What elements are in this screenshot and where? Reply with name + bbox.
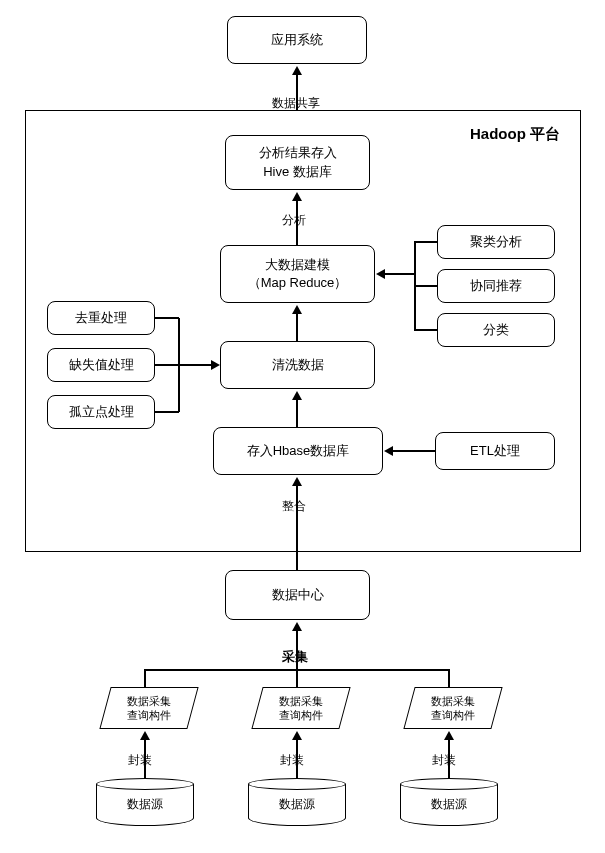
arrow-head-up [140, 731, 150, 740]
missing-label: 缺失值处理 [69, 356, 134, 374]
data-source-label-1: 数据源 [127, 796, 163, 813]
data-source-3: 数据源 [400, 778, 498, 826]
arrow-head-left [376, 269, 385, 279]
data-center-label: 数据中心 [272, 586, 324, 604]
arrow-head-up [292, 66, 302, 75]
arrow-head-up [444, 731, 454, 740]
outlier-label: 孤立点处理 [69, 403, 134, 421]
clean-data-label: 清洗数据 [272, 356, 324, 374]
hive-result-box: 分析结果存入 Hive 数据库 [225, 135, 370, 190]
collector-label-2: 数据采集 查询构件 [279, 694, 323, 723]
arrow-line [296, 532, 298, 570]
arrow-line [296, 312, 298, 341]
outlier-box: 孤立点处理 [47, 395, 155, 429]
dedup-box: 去重处理 [47, 301, 155, 335]
classify-box: 分类 [437, 313, 555, 347]
etl-label: ETL处理 [470, 442, 520, 460]
arrow-head-up [292, 305, 302, 314]
connector-line [296, 669, 298, 687]
collector-box-2: 数据采集 查询构件 [251, 687, 350, 729]
arrow-head-right [211, 360, 220, 370]
analyze-label: 分析 [282, 212, 306, 229]
hadoop-platform-label: Hadoop 平台 [470, 125, 560, 144]
collector-box-3: 数据采集 查询构件 [403, 687, 502, 729]
arrow-head-left [384, 446, 393, 456]
collector-label-1: 数据采集 查询构件 [127, 694, 171, 723]
missing-box: 缺失值处理 [47, 348, 155, 382]
recommend-box: 协同推荐 [437, 269, 555, 303]
application-system-box: 应用系统 [227, 16, 367, 64]
cluster-label: 聚类分析 [470, 233, 522, 251]
data-source-2: 数据源 [248, 778, 346, 826]
application-system-label: 应用系统 [271, 31, 323, 49]
data-center-box: 数据中心 [225, 570, 370, 620]
data-source-1: 数据源 [96, 778, 194, 826]
connector-line [414, 329, 438, 331]
hbase-label: 存入Hbase数据库 [247, 442, 350, 460]
cluster-box: 聚类分析 [437, 225, 555, 259]
recommend-label: 协同推荐 [470, 277, 522, 295]
collector-label-3: 数据采集 查询构件 [431, 694, 475, 723]
arrow-head-up [292, 192, 302, 201]
etl-box: ETL处理 [435, 432, 555, 470]
arrow-head-up [292, 477, 302, 486]
connector-line [448, 669, 450, 687]
hbase-box: 存入Hbase数据库 [213, 427, 383, 475]
arrow-line [296, 398, 298, 427]
collector-box-1: 数据采集 查询构件 [99, 687, 198, 729]
connector-line [414, 285, 438, 287]
connector-line [155, 317, 179, 319]
encapsulate-label-2: 封装 [280, 752, 304, 769]
connector-line [144, 669, 146, 687]
hive-result-label: 分析结果存入 Hive 数据库 [259, 144, 337, 180]
arrow-head-up [292, 731, 302, 740]
arrow-head-up [292, 622, 302, 631]
modeling-box: 大数据建模 （Map Reduce） [220, 245, 375, 303]
collect-label: 采集 [282, 648, 308, 666]
connector-line [392, 450, 435, 452]
connector-line [414, 241, 438, 243]
encapsulate-label-3: 封装 [432, 752, 456, 769]
data-source-label-2: 数据源 [279, 796, 315, 813]
modeling-label: 大数据建模 （Map Reduce） [248, 256, 348, 292]
encapsulate-label-1: 封装 [128, 752, 152, 769]
classify-label: 分类 [483, 321, 509, 339]
connector-line [155, 364, 179, 366]
data-source-label-3: 数据源 [431, 796, 467, 813]
integrate-label: 整合 [282, 498, 306, 515]
connector-line [178, 364, 211, 366]
dedup-label: 去重处理 [75, 309, 127, 327]
connector-line [155, 411, 179, 413]
arrow-head-up [292, 391, 302, 400]
clean-data-box: 清洗数据 [220, 341, 375, 389]
connector-line [384, 273, 415, 275]
